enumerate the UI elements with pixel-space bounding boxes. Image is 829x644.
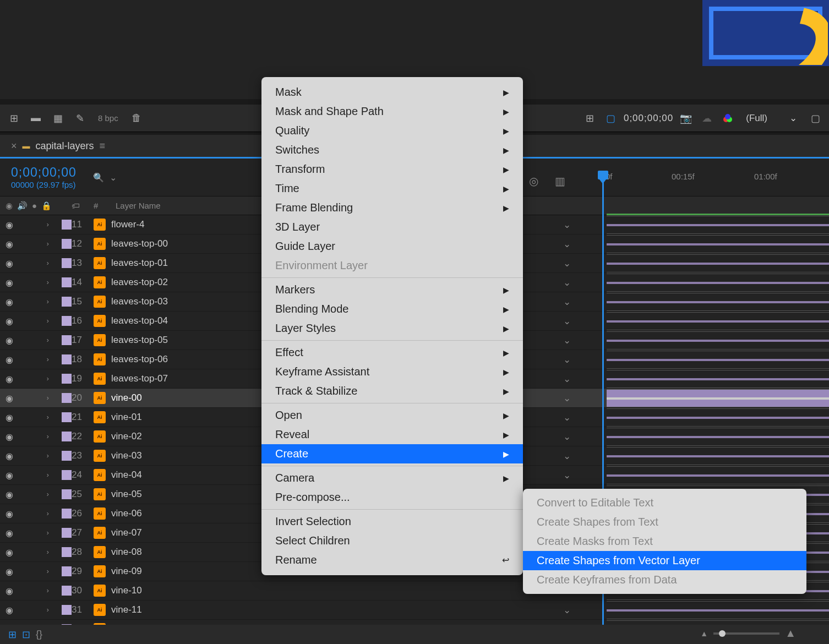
layer-track-bar[interactable] — [607, 312, 829, 330]
menu-item[interactable]: Quality▶ — [261, 121, 523, 140]
twirl-icon[interactable]: › — [47, 394, 58, 402]
layer-mode-dropdown[interactable]: ⌄ — [556, 354, 578, 365]
composition-icon[interactable]: ▦ — [50, 110, 66, 127]
layer-mode-dropdown[interactable]: ⌄ — [556, 470, 578, 481]
visibility-toggle[interactable]: ◉ — [6, 258, 17, 269]
current-time[interactable]: 0;00;00;00 — [11, 165, 77, 180]
layer-mode-dropdown[interactable]: ⌄ — [556, 238, 578, 250]
menu-item[interactable]: Reveal▶ — [261, 425, 523, 444]
twirl-icon[interactable]: › — [47, 587, 58, 594]
viewer-timecode[interactable]: 0;00;00;00 — [624, 113, 673, 124]
visibility-toggle[interactable]: ◉ — [6, 316, 17, 326]
twirl-icon[interactable]: › — [47, 548, 58, 556]
menu-item[interactable]: Blending Mode▶ — [261, 299, 523, 319]
visibility-toggle[interactable]: ◉ — [6, 239, 17, 249]
layer-mode-dropdown[interactable]: ⌄ — [556, 412, 578, 423]
layer-mode-dropdown[interactable]: ⌄ — [556, 277, 578, 288]
layer-track-bar[interactable] — [607, 254, 829, 272]
visibility-toggle[interactable]: ◉ — [6, 393, 17, 403]
panel-menu-icon[interactable]: ≡ — [100, 140, 106, 152]
layer-track-bar[interactable] — [607, 601, 829, 619]
layer-mode-dropdown[interactable]: ⌄ — [556, 392, 578, 404]
label-column-icon[interactable]: 🏷 — [72, 201, 80, 210]
label-color[interactable] — [62, 316, 72, 326]
menu-item[interactable]: Rename↩ — [261, 550, 523, 570]
menu-item[interactable]: Mask and Shape Path▶ — [261, 102, 523, 121]
close-panel-icon[interactable]: × — [11, 140, 17, 152]
menu-item[interactable]: Time▶ — [261, 179, 523, 198]
layer-track-bar[interactable] — [607, 370, 829, 388]
brush-icon[interactable]: ✎ — [72, 110, 88, 127]
twirl-icon[interactable]: › — [47, 471, 58, 479]
twirl-icon[interactable]: › — [47, 259, 58, 267]
menu-item[interactable]: Camera▶ — [261, 468, 523, 488]
menu-item[interactable]: Effect▶ — [261, 343, 523, 362]
label-color[interactable] — [62, 489, 72, 499]
twirl-icon[interactable]: › — [47, 413, 58, 421]
twirl-icon[interactable]: › — [47, 433, 58, 440]
label-color[interactable] — [62, 239, 72, 249]
label-color[interactable] — [62, 509, 72, 519]
twirl-icon[interactable]: › — [47, 298, 58, 305]
resolution-dropdown[interactable]: (Full) ⌄ — [740, 112, 803, 124]
visibility-toggle[interactable]: ◉ — [6, 451, 17, 461]
layer-mode-dropdown[interactable]: ⌄ — [556, 335, 578, 346]
folder-icon[interactable]: ▬ — [28, 110, 44, 127]
label-color[interactable] — [62, 277, 72, 287]
twirl-icon[interactable]: › — [47, 279, 58, 286]
visibility-toggle[interactable]: ◉ — [6, 547, 17, 558]
graph-editor-icon[interactable]: ▥ — [552, 173, 568, 189]
menu-item[interactable]: Mask▶ — [261, 83, 523, 102]
visibility-toggle[interactable]: ◉ — [6, 374, 17, 384]
visibility-toggle[interactable]: ◉ — [6, 509, 17, 519]
visibility-toggle[interactable]: ◉ — [6, 297, 17, 307]
channels-icon[interactable] — [719, 110, 736, 127]
layer-search[interactable]: 🔍 ⌄ — [93, 172, 117, 183]
menu-item[interactable]: Open▶ — [261, 406, 523, 425]
menu-item[interactable]: Keyframe Assistant▶ — [261, 362, 523, 381]
submenu-item[interactable]: Create Shapes from Vector Layer — [523, 551, 806, 570]
label-color[interactable] — [62, 432, 72, 441]
solo-column-icon[interactable]: ● — [32, 201, 37, 211]
audio-column-icon[interactable]: 🔊 — [17, 201, 28, 211]
menu-item[interactable]: Create▶ — [261, 444, 523, 463]
twirl-icon[interactable]: › — [47, 567, 58, 575]
composition-name[interactable]: capital-layers — [36, 140, 94, 152]
visibility-toggle[interactable]: ◉ — [6, 586, 17, 596]
visibility-toggle[interactable]: ◉ — [6, 470, 17, 481]
visibility-toggle[interactable]: ◉ — [6, 528, 17, 538]
menu-item[interactable]: Markers▶ — [261, 280, 523, 299]
menu-item[interactable]: 3D Layer — [261, 217, 523, 237]
menu-item[interactable]: Layer Styles▶ — [261, 319, 523, 338]
label-color[interactable] — [62, 335, 72, 345]
label-color[interactable] — [62, 605, 72, 615]
label-color[interactable] — [62, 412, 72, 422]
layer-track-bar[interactable] — [607, 293, 829, 311]
toggle-modes-icon[interactable]: ⊡ — [22, 629, 30, 641]
label-color[interactable] — [62, 528, 72, 538]
label-color[interactable] — [62, 258, 72, 268]
frame-info[interactable]: 00000 (29.97 fps) — [11, 180, 77, 189]
menu-item[interactable]: Select Children — [261, 531, 523, 550]
label-color[interactable] — [62, 297, 72, 307]
twirl-icon[interactable]: › — [47, 452, 58, 460]
twirl-icon[interactable]: › — [47, 375, 58, 383]
menu-item[interactable]: Invert Selection — [261, 512, 523, 531]
layer-mode-dropdown[interactable]: ⌄ — [556, 431, 578, 443]
label-color[interactable] — [62, 451, 72, 461]
label-color[interactable] — [62, 374, 72, 384]
zoom-out-icon[interactable]: ▲ — [700, 629, 708, 638]
label-color[interactable] — [62, 586, 72, 596]
visibility-toggle[interactable]: ◉ — [6, 605, 17, 615]
bit-depth[interactable]: 8 bpc — [94, 113, 123, 123]
layer-track-bar[interactable] — [607, 428, 829, 446]
menu-item[interactable]: Pre-compose... — [261, 488, 523, 507]
roi-icon[interactable]: ▢ — [603, 110, 619, 127]
eye-column-icon[interactable]: ◉ — [6, 201, 13, 211]
twirl-icon[interactable]: › — [47, 356, 58, 363]
lock-column-icon[interactable]: 🔒 — [41, 201, 52, 211]
layer-track-bar[interactable] — [607, 389, 829, 407]
twirl-icon[interactable]: › — [47, 336, 58, 344]
label-color[interactable] — [62, 470, 72, 480]
trash-icon[interactable]: 🗑 — [128, 110, 145, 127]
